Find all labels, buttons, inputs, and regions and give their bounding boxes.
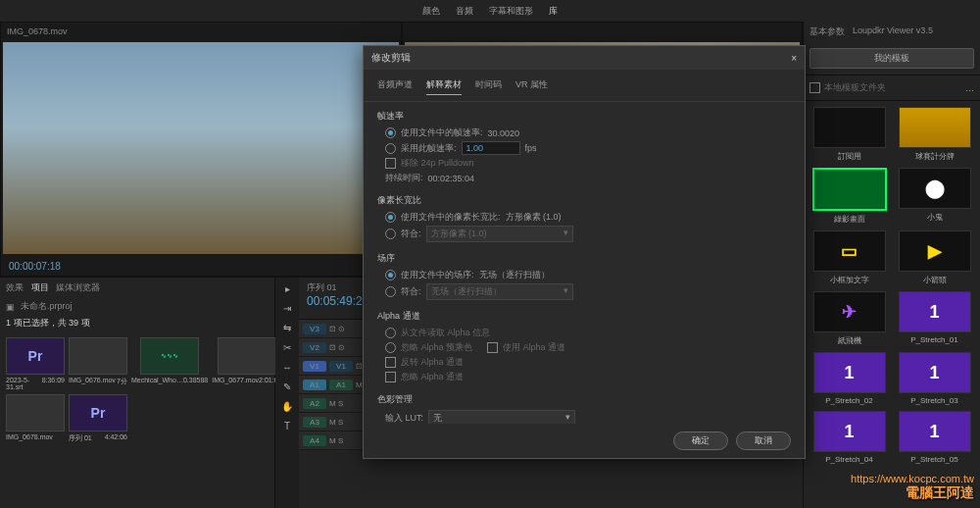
alpha-section: Alpha 通道 <box>377 310 791 323</box>
mogrt-item[interactable]: 1P_Stretch_02 <box>809 352 889 405</box>
tool-palette: ▸ ⇥ ⇆ ✂ ↔ ✎ ✋ T <box>275 278 299 508</box>
source-monitor: IMG_0678.mov 00:00:07:18 <box>0 22 402 277</box>
track-v2[interactable]: V2 <box>303 342 326 353</box>
playhead-tc[interactable]: 00:05:49:22 <box>307 294 368 308</box>
radio-file-fps[interactable] <box>385 127 396 138</box>
radio-conform-field[interactable] <box>385 286 396 297</box>
bin-item[interactable]: ∿∿∿Mechical_Who…0.38588 <box>131 337 208 390</box>
panel-tab[interactable]: 项目 <box>31 282 49 292</box>
mogrt-item[interactable]: 1P_Stretch_05 <box>895 411 974 464</box>
source-clip-name: IMG_0678.mov <box>7 26 68 36</box>
close-icon[interactable]: × <box>791 53 797 64</box>
workspace-tabs: 颜色 音频 字幕和图形 库 <box>0 0 980 22</box>
ws-tab[interactable]: 音频 <box>456 5 473 18</box>
track-v1[interactable]: V1 <box>329 361 353 372</box>
mogrt-item[interactable]: ✈紙飛機 <box>809 291 889 346</box>
lut-dropdown[interactable]: 无▾ <box>428 410 575 424</box>
slip-tool[interactable]: ↔ <box>279 360 295 374</box>
bin-item[interactable]: Pr序列 014:42:06 <box>69 394 127 443</box>
chk-ignore-alpha <box>385 372 396 382</box>
track-select-tool[interactable]: ⇥ <box>279 301 295 315</box>
source-tc[interactable]: 00:00:07:18 <box>9 261 61 272</box>
local-templates-label: 本地模板文件夹 <box>824 81 886 94</box>
track-v3[interactable]: V3 <box>303 324 326 334</box>
watermark: 電腦王阿達 <box>906 484 974 502</box>
ws-tab[interactable]: 颜色 <box>422 5 440 18</box>
mogrt-item[interactable]: 1P_Stretch_03 <box>895 352 974 405</box>
mogrt-panel: 基本参数 Loupdkr Viewer v3.5 我的模板 本地模板文件夹 … … <box>803 22 980 508</box>
selection-info: 1 项已选择，共 39 项 <box>6 317 90 330</box>
bin-item[interactable]: IMG_0678.mov <box>6 394 65 443</box>
pulldown-checkbox <box>385 158 396 169</box>
mogrt-item[interactable]: 1P_Stretch_04 <box>809 411 889 464</box>
pen-tool[interactable]: ✎ <box>279 380 295 393</box>
bin-item[interactable]: IMG_0677.mov2:01:04 <box>212 337 281 390</box>
bin-item[interactable]: IMG_0676.mov7分 <box>69 337 127 390</box>
panel-tab[interactable]: Loupdkr Viewer v3.5 <box>853 25 933 38</box>
track-a1[interactable]: A1 <box>329 380 353 390</box>
tab-interpret-footage[interactable]: 解释素材 <box>426 76 462 95</box>
project-panel: 效果 项目 媒体浏览器 ▣ 未命名.prproj 1 项已选择，共 39 项 P… <box>0 278 275 508</box>
ws-tab[interactable]: 字幕和图形 <box>489 5 533 18</box>
project-name[interactable]: 未命名.prproj <box>21 300 73 313</box>
radio-assume-fps[interactable] <box>385 143 396 154</box>
track-a3[interactable]: A3 <box>303 417 326 428</box>
tab-vr[interactable]: VR 属性 <box>515 76 548 95</box>
my-templates-button[interactable]: 我的模板 <box>809 48 974 69</box>
par-dropdown[interactable]: 方形像素 (1.0)▾ <box>426 226 573 242</box>
cancel-button[interactable]: 取消 <box>736 432 791 450</box>
dialog-title: 修改剪辑 <box>371 51 411 65</box>
radio-file-field[interactable] <box>385 270 396 280</box>
mogrt-item[interactable]: ⬤小鬼 <box>895 168 974 225</box>
razor-tool[interactable]: ✂ <box>279 340 295 354</box>
ws-tab[interactable]: 库 <box>549 5 558 18</box>
panel-tab[interactable]: 媒体浏览器 <box>56 282 100 292</box>
field-section: 场序 <box>377 252 791 265</box>
local-templates-checkbox[interactable] <box>809 82 820 93</box>
panel-tab[interactable]: 基本参数 <box>809 25 845 38</box>
mogrt-item[interactable]: 球賽計分牌 <box>895 107 974 162</box>
sequence-name[interactable]: 序列 01 <box>307 282 337 292</box>
tab-audio-channels[interactable]: 音频声道 <box>377 76 413 95</box>
bin-icon: ▣ <box>6 302 15 312</box>
radio-conform-par[interactable] <box>385 229 396 239</box>
track-a2[interactable]: A2 <box>303 398 326 409</box>
watermark-url: https://www.kocpc.com.tw <box>851 473 974 484</box>
ok-button[interactable]: 确定 <box>673 432 728 450</box>
fps-input[interactable]: 1.00 <box>462 141 520 155</box>
color-section: 色彩管理 <box>377 393 791 406</box>
tab-timecode[interactable]: 时间码 <box>475 76 502 95</box>
mogrt-item[interactable]: ▶小箭頭 <box>895 230 974 285</box>
mogrt-item[interactable]: ▭小框加文字 <box>809 230 889 285</box>
source-video[interactable] <box>3 42 399 254</box>
ripple-tool[interactable]: ⇆ <box>279 321 295 334</box>
selection-tool[interactable]: ▸ <box>279 281 295 295</box>
type-tool[interactable]: T <box>279 419 295 432</box>
bin-item[interactable]: Pr2023-5-31.srt8:36:09 <box>6 337 65 390</box>
mogrt-item[interactable]: 訂閱用 <box>809 107 889 162</box>
settings-icon[interactable]: … <box>965 83 974 93</box>
radio-alpha-premult <box>385 342 396 353</box>
track-a4[interactable]: A4 <box>303 435 326 446</box>
hand-tool[interactable]: ✋ <box>279 399 295 413</box>
framerate-section: 帧速率 <box>377 110 791 123</box>
field-dropdown[interactable]: 无场（逐行扫描）▾ <box>426 283 573 300</box>
chk-invert-alpha <box>385 357 396 368</box>
panel-tab[interactable]: 效果 <box>6 282 24 292</box>
radio-file-par[interactable] <box>385 212 396 223</box>
mogrt-item[interactable]: 1P_Stretch_01 <box>895 291 974 346</box>
mogrt-item[interactable]: 綠影畫面 <box>809 168 889 225</box>
radio-alpha-read <box>385 328 396 338</box>
par-section: 像素长宽比 <box>377 194 791 207</box>
modify-clip-dialog: 修改剪辑 × 音频声道 解释素材 时间码 VR 属性 帧速率 使用文件中的帧速率… <box>363 45 806 459</box>
